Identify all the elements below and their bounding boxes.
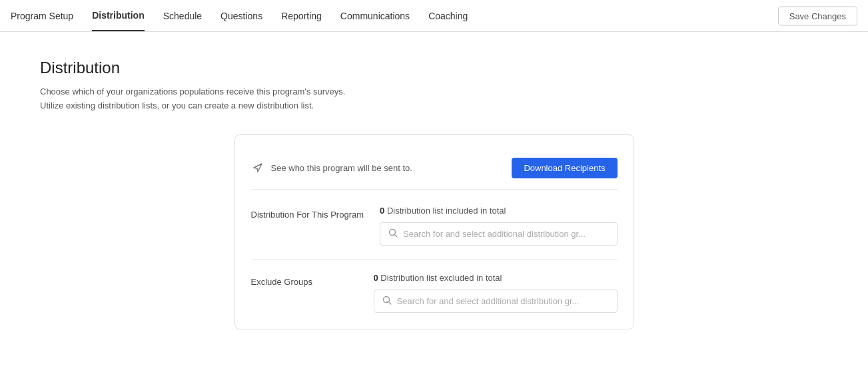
nav-item-reporting[interactable]: Reporting	[281, 1, 322, 31]
nav-item-questions[interactable]: Questions	[220, 1, 262, 31]
svg-line-1	[395, 234, 398, 237]
nav-item-distribution[interactable]: Distribution	[92, 1, 145, 31]
top-navigation: Program Setup Distribution Schedule Ques…	[0, 0, 868, 32]
distribution-search-placeholder: Search for and select additional distrib…	[403, 229, 586, 239]
save-changes-button[interactable]: Save Changes	[778, 6, 857, 25]
distribution-card: See who this program will be sent to. Do…	[234, 134, 634, 329]
recipients-row: See who this program will be sent to. Do…	[251, 151, 618, 190]
exclude-search-box[interactable]: Search for and select additional distrib…	[374, 290, 618, 313]
distribution-count: 0 Distribution list included in total	[380, 206, 617, 216]
nav-item-communications[interactable]: Communications	[340, 1, 410, 31]
nav-item-program-setup[interactable]: Program Setup	[11, 1, 73, 31]
page-title: Distribution	[40, 59, 828, 77]
distribution-label: Distribution For This Program	[251, 206, 364, 220]
svg-line-3	[388, 301, 391, 304]
page-description: Choose which of your organizations popul…	[40, 85, 828, 113]
section-divider	[251, 259, 618, 260]
recipients-info: See who this program will be sent to.	[251, 161, 412, 174]
download-recipients-button[interactable]: Download Recipients	[512, 158, 617, 178]
distribution-content: 0 Distribution list included in total Se…	[380, 206, 617, 246]
nav-item-schedule[interactable]: Schedule	[163, 1, 202, 31]
main-content: Distribution Choose which of your organi…	[0, 32, 868, 356]
nav-items: Program Setup Distribution Schedule Ques…	[11, 1, 857, 31]
exclude-label: Exclude Groups	[251, 273, 358, 287]
exclude-content: 0 Distribution list excluded in total Se…	[374, 273, 618, 313]
exclude-search-placeholder: Search for and select additional distrib…	[397, 296, 580, 306]
search-icon	[388, 228, 398, 240]
send-icon	[251, 161, 264, 174]
exclude-count: 0 Distribution list excluded in total	[374, 273, 618, 283]
recipients-info-text: See who this program will be sent to.	[271, 163, 412, 173]
exclude-section: Exclude Groups 0 Distribution list exclu…	[251, 273, 618, 313]
nav-item-coaching[interactable]: Coaching	[428, 1, 468, 31]
exclude-search-icon	[382, 295, 392, 307]
distribution-section: Distribution For This Program 0 Distribu…	[251, 206, 618, 246]
distribution-search-box[interactable]: Search for and select additional distrib…	[380, 222, 617, 246]
